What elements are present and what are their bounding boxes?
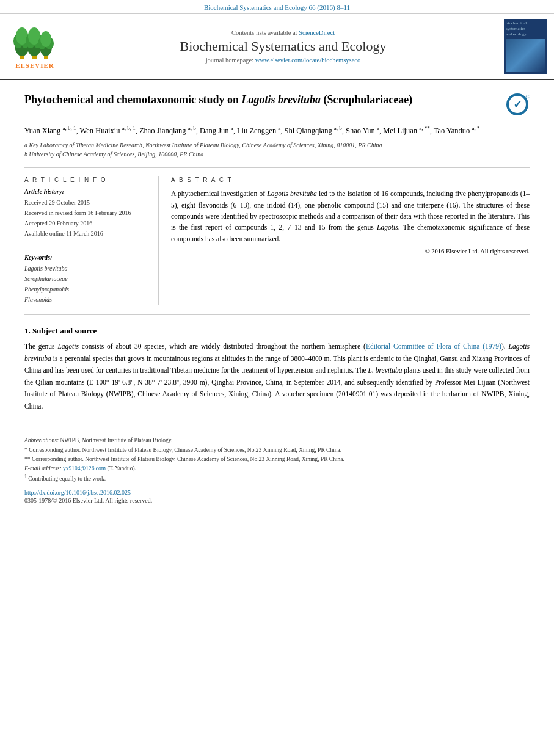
abbreviations-line: Abbreviations: NWIPB, Northwest Institut… — [24, 436, 530, 445]
history-dates: Received 29 October 2015 Received in rev… — [24, 197, 148, 239]
svg-text:CrossMark: CrossMark — [526, 94, 530, 100]
journal-header: ELSEVIER Contents lists available at Sci… — [0, 14, 554, 80]
journal-reference: Biochemical Systematics and Ecology 66 (… — [0, 0, 554, 14]
email-link[interactable]: yx9104@126.com — [63, 465, 106, 471]
doi-link[interactable]: http://dx.doi.org/10.1016/j.bse.2016.02.… — [24, 489, 530, 496]
article-info-abstract: A R T I C L E I N F O Article history: R… — [24, 176, 530, 305]
crossmark-icon: ✓ CrossMark — [505, 92, 530, 117]
article-history-label: Article history: — [24, 188, 148, 195]
keyword-1: Lagotis brevituba — [24, 263, 148, 274]
copyright-notice: © 2016 Elsevier Ltd. All rights reserved… — [171, 248, 530, 255]
affiliations: a Key Laboratory of Tibetan Medicine Res… — [24, 140, 530, 159]
journal-homepage: journal homepage: www.elsevier.com/locat… — [68, 57, 498, 64]
article-title: Phytochemical and chemotaxonomic study o… — [24, 92, 530, 117]
section-1: 1. Subject and source The genus Lagotis … — [24, 326, 530, 412]
section-1-body: The genus Lagotis consists of about 30 s… — [24, 341, 530, 412]
elsevier-wordmark: ELSEVIER — [15, 62, 54, 69]
affiliation-b: b University of Chinese Academy of Scien… — [24, 150, 530, 159]
contributing-note: 1 Contributing equally to the work. — [24, 473, 530, 484]
elsevier-tree-icon — [13, 24, 56, 60]
title-italic: Lagotis brevituba — [242, 93, 321, 106]
article-main: Phytochemical and chemotaxonomic study o… — [0, 80, 554, 510]
title-parenthetical: (Scrophulariaceae) — [321, 93, 412, 106]
authors-line: Yuan Xiang a, b, 1, Wen Huaixiu a, b, 1,… — [24, 124, 530, 137]
corresponding-2: ** Corresponding author. Northwest Insti… — [24, 455, 530, 464]
keywords-section: Keywords: Lagotis brevituba Scrophularia… — [24, 254, 148, 305]
abstract-label: A B S T R A C T — [171, 176, 530, 183]
homepage-link[interactable]: www.elsevier.com/locate/biochemsyseco — [255, 57, 361, 64]
title-plain: Phytochemical and chemotaxonomic study o… — [24, 93, 242, 106]
revised-date: Received in revised form 16 February 201… — [24, 208, 148, 218]
received-date: Received 29 October 2015 — [24, 197, 148, 208]
available-date: Available online 11 March 2016 — [24, 228, 148, 239]
affiliation-a: a Key Laboratory of Tibetan Medicine Res… — [24, 140, 530, 150]
svg-text:✓: ✓ — [513, 98, 522, 111]
email-line: E-mail address: yx9104@126.com (T. Yandu… — [24, 464, 530, 473]
keyword-3: Phenylpropanoids — [24, 284, 148, 294]
abstract-text: A phytochemical investigation of Lagotis… — [171, 188, 530, 244]
accepted-date: Accepted 20 February 2016 — [24, 218, 148, 228]
abstract-column: A B S T R A C T A phytochemical investig… — [171, 176, 530, 305]
footnotes-section: Abbreviations: NWIPB, Northwest Institut… — [24, 431, 530, 484]
sciencedirect-line: Contents lists available at ScienceDirec… — [68, 29, 498, 36]
journal-cover-image: biochemicalsystematicsand ecology — [504, 19, 547, 74]
keyword-2: Scrophulariaceae — [24, 274, 148, 284]
elsevier-logo: ELSEVIER — [7, 24, 62, 69]
corresponding-1: * Corresponding author. Northwest Instit… — [24, 446, 530, 455]
svg-point-14 — [40, 31, 51, 47]
keyword-4: Flavonoids — [24, 294, 148, 305]
journal-center: Contents lists available at ScienceDirec… — [68, 29, 498, 64]
issn-line: 0305-1978/© 2016 Elsevier Ltd. All right… — [24, 497, 530, 504]
article-info-column: A R T I C L E I N F O Article history: R… — [24, 176, 159, 305]
journal-title: Biochemical Systematics and Ecology — [68, 38, 498, 54]
section-1-heading: 1. Subject and source — [24, 326, 530, 336]
title-text: Phytochemical and chemotaxonomic study o… — [24, 92, 499, 107]
doi-url[interactable]: http://dx.doi.org/10.1016/j.bse.2016.02.… — [24, 489, 131, 496]
sciencedirect-link[interactable]: ScienceDirect — [299, 29, 335, 36]
flora-china-link[interactable]: Editorial Committee of Flora of China (1… — [366, 343, 501, 350]
article-info-label: A R T I C L E I N F O — [24, 176, 148, 183]
keywords-label: Keywords: — [24, 254, 148, 261]
cover-thumbnail — [506, 39, 545, 72]
